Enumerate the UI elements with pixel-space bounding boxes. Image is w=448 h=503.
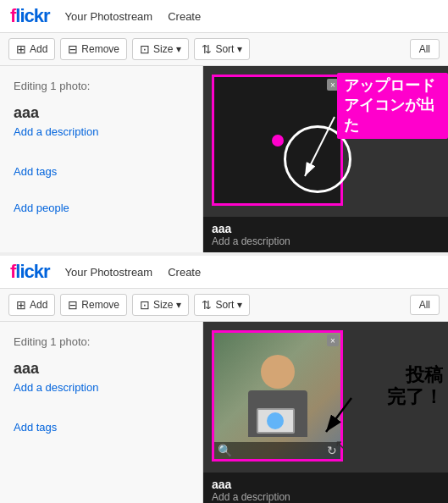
sort-button-1[interactable]: ⇅ Sort ▾ [194,38,250,60]
all-label-1: All [419,43,430,55]
remove-label-2: Remove [81,299,119,311]
editing-label-2: Editing 1 photo: [14,335,189,348]
photo-title-2: aaa [14,360,189,378]
sort-icon-1: ⇅ [202,42,212,56]
add-button-2[interactable]: ⊞ Add [8,294,55,316]
sort-icon-2: ⇅ [202,298,212,312]
toolbar-1: ⊞ Add ⊟ Remove ⊡ Size ▾ ⇅ Sort ▾ All [0,33,448,66]
remove-button-1[interactable]: ⊟ Remove [60,38,127,60]
nav-photostream-1[interactable]: Your Photostream [65,10,153,23]
left-panel-1: Editing 1 photo: aaa Add a description A… [0,66,203,252]
size-chevron-2: ▾ [176,299,181,311]
add-label-2: Add [30,299,47,311]
sort-label-1: Sort [215,43,234,55]
cursor-2: ↖ [335,436,347,455]
photo-title-1: aaa [14,104,189,122]
all-button-2[interactable]: All [410,295,440,315]
add-tags-1[interactable]: Add tags [14,165,189,178]
toolbar-2: ⊞ Add ⊟ Remove ⊡ Size ▾ ⇅ Sort ▾ All [0,289,448,322]
jp-annotation-2: 投稿 完了！ [387,364,443,409]
remove-label-1: Remove [81,43,119,55]
right-panel-2: × 🔍 ↻ ↖ 投稿 完了！ aaa Add a descr [203,322,448,503]
jp-line2-1: アイコンが出た [344,96,441,135]
remove-icon-2: ⊟ [68,298,78,312]
size-icon-1: ⊡ [140,42,150,56]
jp-toko: 投稿 [387,364,443,386]
navbar-top: flickr Your Photostream Create [0,0,448,33]
all-label-2: All [419,299,430,311]
thumb-toolbar-2: 🔍 ↻ [214,442,340,459]
upload-dot [272,135,284,146]
remove-icon-1: ⊟ [68,42,78,56]
jp-line1-1: アップロード [344,76,441,96]
size-icon-2: ⊡ [140,298,150,312]
size-button-2[interactable]: ⊡ Size ▾ [132,294,189,316]
caption-area-1: aaa Add a description [203,217,448,252]
add-description-1[interactable]: Add a description [14,125,189,138]
sort-label-2: Sort [215,299,234,311]
sort-chevron-1: ▾ [237,43,242,55]
navbar-bottom: flickr Your Photostream Create [0,254,448,289]
size-label-2: Size [153,299,173,311]
logo-licr-2: lickr [15,261,49,282]
all-button-1[interactable]: All [410,39,440,59]
jp-annotation-1: アップロード アイコンが出た [337,73,448,139]
editing-label-1: Editing 1 photo: [14,80,189,92]
logo-licr: lickr [15,5,49,26]
sort-button-2[interactable]: ⇅ Sort ▾ [194,294,250,316]
nav-photostream-2[interactable]: Your Photostream [65,266,153,279]
caption-desc-1[interactable]: Add a description [212,235,440,247]
nav-create-2[interactable]: Create [168,266,201,279]
caption-desc-2[interactable]: Add a description [212,491,440,503]
add-tags-2[interactable]: Add tags [14,421,189,434]
panel-section-1: Editing 1 photo: aaa Add a description A… [0,66,448,254]
add-icon-2: ⊞ [16,298,26,312]
caption-area-2: aaa Add a description [203,473,448,503]
zoom-icon[interactable]: 🔍 [218,444,232,457]
flickr-logo-2: flickr [10,261,50,283]
size-chevron-1: ▾ [176,43,181,55]
close-btn-2[interactable]: × [327,334,339,346]
caption-title-1: aaa [212,222,440,235]
add-label-1: Add [30,43,47,55]
size-label-1: Size [153,43,173,55]
sort-chevron-2: ▾ [237,299,242,311]
jp-kanryo: 完了！ [387,386,443,408]
nav-create-1[interactable]: Create [168,10,201,23]
photo-thumb-2: × 🔍 ↻ [212,330,343,462]
left-panel-2: Editing 1 photo: aaa Add a description A… [0,322,203,503]
add-button-1[interactable]: ⊞ Add [8,38,55,60]
right-panel-1: × アップロード アイコンが出た aaa Add a description [203,66,448,252]
panel-section-2: Editing 1 photo: aaa Add a description A… [0,322,448,503]
add-icon-1: ⊞ [16,42,26,56]
remove-button-2[interactable]: ⊟ Remove [60,294,127,316]
flickr-logo-1: flickr [10,5,50,27]
size-button-1[interactable]: ⊡ Size ▾ [132,38,189,60]
add-description-2[interactable]: Add a description [14,381,189,394]
caption-title-2: aaa [212,478,440,491]
photo-thumb-1: × [212,75,343,206]
add-people-1[interactable]: Add people [14,202,189,214]
